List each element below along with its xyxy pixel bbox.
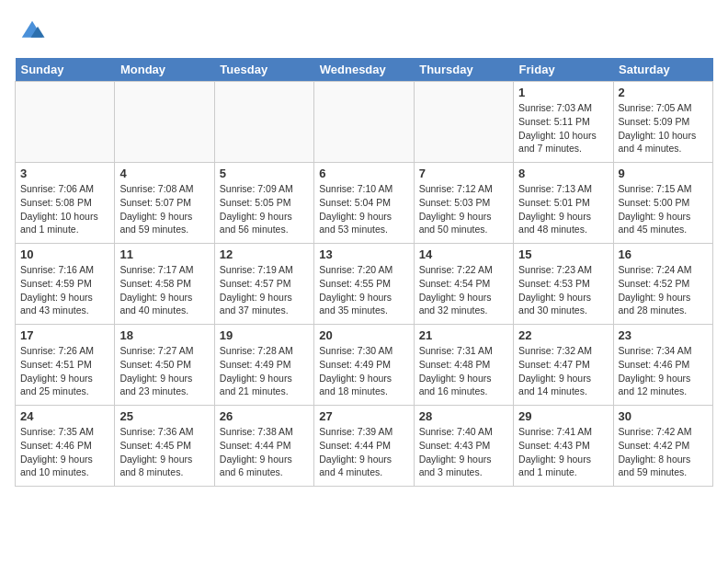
calendar-cell: 5Sunrise: 7:09 AMSunset: 5:05 PMDaylight… bbox=[214, 163, 313, 244]
day-info: Sunrise: 7:19 AMSunset: 4:57 PMDaylight:… bbox=[220, 263, 309, 317]
day-info: Sunrise: 7:30 AMSunset: 4:49 PMDaylight:… bbox=[319, 344, 408, 398]
calendar-cell: 3Sunrise: 7:06 AMSunset: 5:08 PMDaylight… bbox=[16, 163, 115, 244]
logo-icon bbox=[18, 15, 46, 42]
calendar-cell bbox=[214, 82, 313, 163]
week-row-1: 1Sunrise: 7:03 AMSunset: 5:11 PMDaylight… bbox=[16, 82, 713, 163]
calendar-cell: 21Sunrise: 7:31 AMSunset: 4:48 PMDayligh… bbox=[414, 325, 513, 406]
day-header-monday: Monday bbox=[115, 58, 214, 82]
day-info: Sunrise: 7:09 AMSunset: 5:05 PMDaylight:… bbox=[220, 182, 309, 236]
day-number: 29 bbox=[518, 409, 608, 423]
calendar-cell: 14Sunrise: 7:22 AMSunset: 4:54 PMDayligh… bbox=[414, 244, 513, 325]
day-number: 5 bbox=[220, 167, 309, 180]
day-number: 3 bbox=[20, 167, 109, 180]
day-info: Sunrise: 7:13 AMSunset: 5:01 PMDaylight:… bbox=[518, 182, 608, 236]
day-header-thursday: Thursday bbox=[414, 58, 513, 82]
day-info: Sunrise: 7:38 AMSunset: 4:44 PMDaylight:… bbox=[220, 425, 309, 479]
day-number: 26 bbox=[220, 409, 309, 423]
week-row-2: 3Sunrise: 7:06 AMSunset: 5:08 PMDaylight… bbox=[16, 163, 713, 244]
day-number: 20 bbox=[319, 328, 408, 342]
day-header-sunday: Sunday bbox=[16, 58, 115, 82]
day-number: 22 bbox=[518, 328, 608, 342]
calendar-cell: 20Sunrise: 7:30 AMSunset: 4:49 PMDayligh… bbox=[314, 325, 414, 406]
day-info: Sunrise: 7:16 AMSunset: 4:59 PMDaylight:… bbox=[20, 263, 109, 317]
calendar-cell bbox=[16, 82, 115, 163]
day-number: 16 bbox=[619, 247, 708, 261]
day-info: Sunrise: 7:26 AMSunset: 4:51 PMDaylight:… bbox=[20, 344, 109, 398]
day-header-friday: Friday bbox=[514, 58, 613, 82]
calendar-cell: 8Sunrise: 7:13 AMSunset: 5:01 PMDaylight… bbox=[514, 163, 613, 244]
day-number: 4 bbox=[119, 167, 209, 180]
day-number: 13 bbox=[319, 247, 408, 261]
day-info: Sunrise: 7:12 AMSunset: 5:03 PMDaylight:… bbox=[419, 182, 508, 236]
day-info: Sunrise: 7:06 AMSunset: 5:08 PMDaylight:… bbox=[20, 182, 109, 236]
calendar-cell: 30Sunrise: 7:42 AMSunset: 4:42 PMDayligh… bbox=[613, 406, 712, 487]
day-info: Sunrise: 7:34 AMSunset: 4:46 PMDaylight:… bbox=[619, 344, 708, 398]
calendar-cell: 9Sunrise: 7:15 AMSunset: 5:00 PMDaylight… bbox=[613, 163, 712, 244]
day-info: Sunrise: 7:17 AMSunset: 4:58 PMDaylight:… bbox=[119, 263, 209, 317]
week-row-4: 17Sunrise: 7:26 AMSunset: 4:51 PMDayligh… bbox=[16, 325, 713, 406]
calendar: SundayMondayTuesdayWednesdayThursdayFrid… bbox=[15, 58, 713, 487]
calendar-cell: 29Sunrise: 7:41 AMSunset: 4:43 PMDayligh… bbox=[514, 406, 613, 487]
calendar-cell: 27Sunrise: 7:39 AMSunset: 4:44 PMDayligh… bbox=[314, 406, 414, 487]
day-number: 23 bbox=[619, 328, 708, 342]
day-number: 12 bbox=[220, 247, 309, 261]
day-info: Sunrise: 7:23 AMSunset: 4:53 PMDaylight:… bbox=[518, 263, 608, 317]
day-number: 11 bbox=[119, 247, 209, 261]
calendar-cell: 10Sunrise: 7:16 AMSunset: 4:59 PMDayligh… bbox=[16, 244, 115, 325]
day-number: 14 bbox=[419, 247, 508, 261]
calendar-cell: 11Sunrise: 7:17 AMSunset: 4:58 PMDayligh… bbox=[115, 244, 214, 325]
day-info: Sunrise: 7:28 AMSunset: 4:49 PMDaylight:… bbox=[220, 344, 309, 398]
day-number: 7 bbox=[419, 167, 508, 180]
day-info: Sunrise: 7:08 AMSunset: 5:07 PMDaylight:… bbox=[119, 182, 209, 236]
day-info: Sunrise: 7:10 AMSunset: 5:04 PMDaylight:… bbox=[319, 182, 408, 236]
logo bbox=[15, 15, 46, 47]
week-row-3: 10Sunrise: 7:16 AMSunset: 4:59 PMDayligh… bbox=[16, 244, 713, 325]
day-info: Sunrise: 7:31 AMSunset: 4:48 PMDaylight:… bbox=[419, 344, 508, 398]
day-number: 30 bbox=[619, 409, 708, 423]
calendar-cell: 28Sunrise: 7:40 AMSunset: 4:43 PMDayligh… bbox=[414, 406, 513, 487]
day-number: 25 bbox=[119, 409, 209, 423]
calendar-cell: 7Sunrise: 7:12 AMSunset: 5:03 PMDaylight… bbox=[414, 163, 513, 244]
day-number: 19 bbox=[220, 328, 309, 342]
day-number: 27 bbox=[319, 409, 408, 423]
calendar-cell: 1Sunrise: 7:03 AMSunset: 5:11 PMDaylight… bbox=[514, 82, 613, 163]
day-number: 18 bbox=[119, 328, 209, 342]
day-info: Sunrise: 7:22 AMSunset: 4:54 PMDaylight:… bbox=[419, 263, 508, 317]
calendar-cell: 6Sunrise: 7:10 AMSunset: 5:04 PMDaylight… bbox=[314, 163, 414, 244]
calendar-cell: 13Sunrise: 7:20 AMSunset: 4:55 PMDayligh… bbox=[314, 244, 414, 325]
day-number: 17 bbox=[20, 328, 109, 342]
calendar-header-row: SundayMondayTuesdayWednesdayThursdayFrid… bbox=[16, 58, 713, 82]
day-number: 24 bbox=[20, 409, 109, 423]
day-header-wednesday: Wednesday bbox=[314, 58, 414, 82]
calendar-cell: 22Sunrise: 7:32 AMSunset: 4:47 PMDayligh… bbox=[514, 325, 613, 406]
logo-text bbox=[15, 15, 46, 47]
calendar-cell bbox=[314, 82, 414, 163]
day-number: 9 bbox=[619, 167, 708, 180]
day-header-tuesday: Tuesday bbox=[214, 58, 313, 82]
calendar-cell: 4Sunrise: 7:08 AMSunset: 5:07 PMDaylight… bbox=[115, 163, 214, 244]
day-info: Sunrise: 7:40 AMSunset: 4:43 PMDaylight:… bbox=[419, 425, 508, 479]
header bbox=[15, 15, 713, 47]
day-info: Sunrise: 7:03 AMSunset: 5:11 PMDaylight:… bbox=[518, 101, 608, 155]
calendar-cell: 26Sunrise: 7:38 AMSunset: 4:44 PMDayligh… bbox=[214, 406, 313, 487]
day-info: Sunrise: 7:24 AMSunset: 4:52 PMDaylight:… bbox=[619, 263, 708, 317]
day-info: Sunrise: 7:32 AMSunset: 4:47 PMDaylight:… bbox=[518, 344, 608, 398]
day-number: 8 bbox=[518, 167, 608, 180]
day-info: Sunrise: 7:42 AMSunset: 4:42 PMDaylight:… bbox=[619, 425, 708, 479]
day-info: Sunrise: 7:15 AMSunset: 5:00 PMDaylight:… bbox=[619, 182, 708, 236]
calendar-cell: 17Sunrise: 7:26 AMSunset: 4:51 PMDayligh… bbox=[16, 325, 115, 406]
day-info: Sunrise: 7:05 AMSunset: 5:09 PMDaylight:… bbox=[619, 101, 708, 155]
day-number: 10 bbox=[20, 247, 109, 261]
calendar-cell: 2Sunrise: 7:05 AMSunset: 5:09 PMDaylight… bbox=[613, 82, 712, 163]
calendar-cell: 12Sunrise: 7:19 AMSunset: 4:57 PMDayligh… bbox=[214, 244, 313, 325]
week-row-5: 24Sunrise: 7:35 AMSunset: 4:46 PMDayligh… bbox=[16, 406, 713, 487]
calendar-cell: 25Sunrise: 7:36 AMSunset: 4:45 PMDayligh… bbox=[115, 406, 214, 487]
day-info: Sunrise: 7:20 AMSunset: 4:55 PMDaylight:… bbox=[319, 263, 408, 317]
day-number: 6 bbox=[319, 167, 408, 180]
calendar-cell: 23Sunrise: 7:34 AMSunset: 4:46 PMDayligh… bbox=[613, 325, 712, 406]
day-info: Sunrise: 7:36 AMSunset: 4:45 PMDaylight:… bbox=[119, 425, 209, 479]
day-info: Sunrise: 7:39 AMSunset: 4:44 PMDaylight:… bbox=[319, 425, 408, 479]
calendar-cell: 18Sunrise: 7:27 AMSunset: 4:50 PMDayligh… bbox=[115, 325, 214, 406]
calendar-cell: 24Sunrise: 7:35 AMSunset: 4:46 PMDayligh… bbox=[16, 406, 115, 487]
day-number: 2 bbox=[619, 86, 708, 99]
